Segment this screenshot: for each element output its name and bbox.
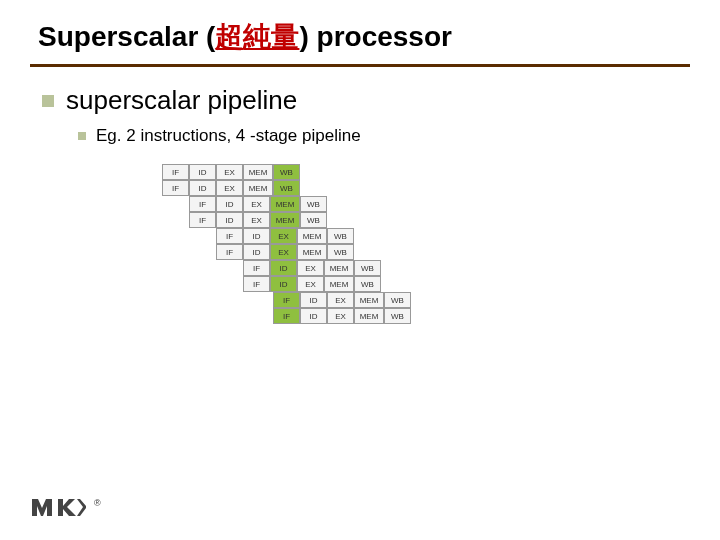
- pipeline-cell-id: ID: [189, 180, 216, 196]
- pipeline-offset: [162, 196, 189, 212]
- pipeline-cell-id: ID: [270, 276, 297, 292]
- pipeline-cell-wb: WB: [327, 228, 354, 244]
- title-post: ) processor: [299, 21, 452, 52]
- cjk-under-1: 超: [215, 21, 243, 52]
- pipeline-offset: [162, 292, 273, 308]
- pipeline-cell-id: ID: [300, 292, 327, 308]
- pipeline-cell-ex: EX: [327, 292, 354, 308]
- pipeline-cell-mem: MEM: [354, 308, 384, 324]
- pipeline-cell-if: IF: [273, 292, 300, 308]
- pipeline-row: IFIDEXMEMWB: [162, 180, 462, 196]
- pipeline-cell-wb: WB: [300, 212, 327, 228]
- pipeline-cell-id: ID: [243, 244, 270, 260]
- pipeline-cell-if: IF: [162, 164, 189, 180]
- pipeline-cell-id: ID: [189, 164, 216, 180]
- pipeline-cell-mem: MEM: [324, 260, 354, 276]
- pipeline-cell-ex: EX: [243, 212, 270, 228]
- registered-mark: ®: [94, 498, 101, 508]
- pipeline-cell-mem: MEM: [243, 164, 273, 180]
- pipeline-cell-ex: EX: [297, 276, 324, 292]
- pipeline-offset: [162, 308, 273, 324]
- pipeline-row: IFIDEXMEMWB: [162, 292, 462, 308]
- pipeline-cell-if: IF: [162, 180, 189, 196]
- pipeline-cell-ex: EX: [270, 228, 297, 244]
- bullet-icon: [78, 132, 86, 140]
- pipeline-cell-if: IF: [189, 212, 216, 228]
- bullet-level-1-text: superscalar pipeline: [66, 85, 297, 116]
- pipeline-cell-mem: MEM: [270, 212, 300, 228]
- pipeline-cell-wb: WB: [384, 308, 411, 324]
- cjk-under-2: 純量: [243, 21, 299, 52]
- pipeline-row: IFIDEXMEMWB: [162, 164, 462, 180]
- mk-logo-icon: [30, 496, 90, 518]
- pipeline-cell-wb: WB: [354, 276, 381, 292]
- pipeline-cell-mem: MEM: [297, 228, 327, 244]
- pipeline-row: IFIDEXMEMWB: [162, 244, 462, 260]
- pipeline-cell-wb: WB: [384, 292, 411, 308]
- pipeline-cell-if: IF: [273, 308, 300, 324]
- slide-title: Superscalar (超純量) processor: [38, 18, 720, 56]
- title-pre: Superscalar (: [38, 21, 215, 52]
- pipeline-cell-if: IF: [189, 196, 216, 212]
- pipeline-diagram: IFIDEXMEMWBIFIDEXMEMWBIFIDEXMEMWBIFIDEXM…: [162, 164, 462, 324]
- pipeline-cell-ex: EX: [216, 164, 243, 180]
- pipeline-offset: [162, 276, 243, 292]
- pipeline-cell-wb: WB: [273, 180, 300, 196]
- pipeline-row: IFIDEXMEMWB: [162, 212, 462, 228]
- pipeline-cell-ex: EX: [270, 244, 297, 260]
- bullet-level-1: superscalar pipeline: [42, 85, 720, 116]
- slide-body: superscalar pipeline Eg. 2 instructions,…: [0, 67, 720, 324]
- pipeline-cell-wb: WB: [327, 244, 354, 260]
- pipeline-offset: [162, 212, 189, 228]
- publisher-logo: ®: [30, 496, 101, 518]
- pipeline-cell-ex: EX: [216, 180, 243, 196]
- bullet-level-2-text: Eg. 2 instructions, 4 -stage pipeline: [96, 126, 361, 146]
- pipeline-cell-ex: EX: [243, 196, 270, 212]
- pipeline-cell-wb: WB: [273, 164, 300, 180]
- pipeline-cell-id: ID: [216, 196, 243, 212]
- pipeline-cell-if: IF: [216, 244, 243, 260]
- pipeline-cell-if: IF: [243, 276, 270, 292]
- pipeline-cell-if: IF: [243, 260, 270, 276]
- pipeline-cell-id: ID: [243, 228, 270, 244]
- pipeline-cell-mem: MEM: [297, 244, 327, 260]
- pipeline-offset: [162, 228, 216, 244]
- bullet-level-2: Eg. 2 instructions, 4 -stage pipeline: [78, 126, 720, 146]
- pipeline-cell-mem: MEM: [324, 276, 354, 292]
- pipeline-row: IFIDEXMEMWB: [162, 276, 462, 292]
- pipeline-offset: [162, 244, 216, 260]
- bullet-icon: [42, 95, 54, 107]
- pipeline-cell-ex: EX: [327, 308, 354, 324]
- pipeline-cell-id: ID: [216, 212, 243, 228]
- pipeline-offset: [162, 260, 243, 276]
- pipeline-cell-ex: EX: [297, 260, 324, 276]
- pipeline-row: IFIDEXMEMWB: [162, 228, 462, 244]
- pipeline-row: IFIDEXMEMWB: [162, 308, 462, 324]
- pipeline-cell-if: IF: [216, 228, 243, 244]
- pipeline-row: IFIDEXMEMWB: [162, 260, 462, 276]
- pipeline-row: IFIDEXMEMWB: [162, 196, 462, 212]
- pipeline-cell-mem: MEM: [243, 180, 273, 196]
- pipeline-cell-mem: MEM: [354, 292, 384, 308]
- pipeline-cell-id: ID: [300, 308, 327, 324]
- slide: Superscalar (超純量) processor superscalar …: [0, 0, 720, 540]
- pipeline-cell-wb: WB: [354, 260, 381, 276]
- pipeline-cell-mem: MEM: [270, 196, 300, 212]
- pipeline-cell-wb: WB: [300, 196, 327, 212]
- pipeline-cell-id: ID: [270, 260, 297, 276]
- title-area: Superscalar (超純量) processor: [0, 0, 720, 62]
- title-cjk: 超純量: [215, 21, 299, 52]
